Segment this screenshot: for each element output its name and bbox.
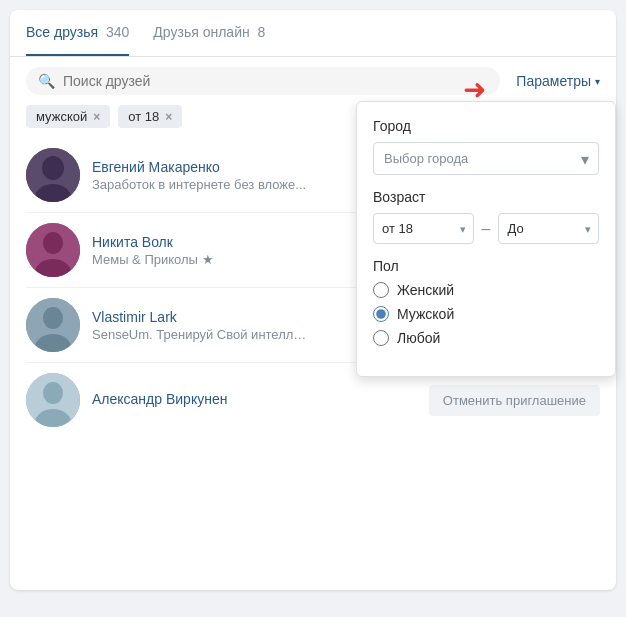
friend-action: Отменить приглашение bbox=[429, 385, 600, 416]
city-label: Город bbox=[373, 118, 599, 134]
filter-tag-age-remove[interactable]: × bbox=[165, 110, 172, 124]
gender-any-label: Любой bbox=[397, 330, 440, 346]
avatar-image bbox=[26, 148, 80, 202]
age-to-wrapper[interactable]: До bbox=[498, 213, 599, 244]
avatar bbox=[26, 148, 80, 202]
city-select[interactable]: Выбор города bbox=[373, 142, 599, 175]
search-input[interactable] bbox=[63, 73, 488, 89]
gender-section: Пол Женский Мужской Любой bbox=[373, 258, 599, 346]
gender-any-option[interactable]: Любой bbox=[373, 330, 599, 346]
avatar-image bbox=[26, 373, 80, 427]
gender-male-option[interactable]: Мужской bbox=[373, 306, 599, 322]
tab-online-friends[interactable]: Друзья онлайн 8 bbox=[153, 10, 265, 56]
gender-female-option[interactable]: Женский bbox=[373, 282, 599, 298]
main-container: Все друзья 340 Друзья онлайн 8 🔍 ➜ Парам… bbox=[10, 10, 616, 590]
tab-all-friends[interactable]: Все друзья 340 bbox=[26, 10, 129, 56]
params-label: Параметры bbox=[516, 73, 591, 89]
cancel-invite-button[interactable]: Отменить приглашение bbox=[429, 385, 600, 416]
gender-label: Пол bbox=[373, 258, 599, 274]
friend-status: SenseUm. Тренируй Свой интеллект bbox=[92, 327, 312, 342]
filter-tag-age-label: от 18 bbox=[128, 109, 159, 124]
filter-tag-gender-remove[interactable]: × bbox=[93, 110, 100, 124]
age-to-select[interactable]: До bbox=[498, 213, 599, 244]
avatar-image bbox=[26, 298, 80, 352]
svg-point-1 bbox=[42, 156, 64, 180]
gender-female-label: Женский bbox=[397, 282, 454, 298]
svg-point-4 bbox=[43, 232, 63, 254]
search-input-wrapper[interactable]: 🔍 bbox=[26, 67, 500, 95]
svg-point-7 bbox=[43, 307, 63, 329]
params-dropdown: Город Выбор города Возраст от 18 – bbox=[356, 101, 616, 377]
city-select-wrapper[interactable]: Выбор города bbox=[373, 142, 599, 175]
age-from-select[interactable]: от 18 bbox=[373, 213, 474, 244]
gender-radio-group: Женский Мужской Любой bbox=[373, 282, 599, 346]
avatar bbox=[26, 223, 80, 277]
filter-tag-gender[interactable]: мужской × bbox=[26, 105, 110, 128]
chevron-down-icon: ▾ bbox=[595, 76, 600, 87]
age-from-wrapper[interactable]: от 18 bbox=[373, 213, 474, 244]
search-bar: 🔍 ➜ Параметры ▾ bbox=[10, 57, 616, 105]
friend-info: Александр Виркунен bbox=[92, 391, 429, 409]
avatar-image bbox=[26, 223, 80, 277]
tab-all-label: Все друзья bbox=[26, 24, 98, 40]
avatar bbox=[26, 298, 80, 352]
search-bar-wrapper: 🔍 ➜ Параметры ▾ Город Выбор города bbox=[10, 57, 616, 105]
avatar bbox=[26, 373, 80, 427]
age-row: от 18 – До bbox=[373, 213, 599, 244]
age-label: Возраст bbox=[373, 189, 599, 205]
tab-online-label: Друзья онлайн bbox=[153, 24, 249, 40]
age-section: Возраст от 18 – До bbox=[373, 189, 599, 244]
friend-status: Заработок в интернете без вложе... bbox=[92, 177, 312, 192]
tabs-bar: Все друзья 340 Друзья онлайн 8 bbox=[10, 10, 616, 57]
tab-online-count: 8 bbox=[258, 24, 266, 40]
filter-tag-gender-label: мужской bbox=[36, 109, 87, 124]
search-icon: 🔍 bbox=[38, 73, 55, 89]
gender-male-label: Мужской bbox=[397, 306, 454, 322]
age-dash: – bbox=[482, 220, 491, 238]
params-button[interactable]: Параметры ▾ bbox=[516, 73, 600, 89]
gender-any-radio[interactable] bbox=[373, 330, 389, 346]
tab-all-count: 340 bbox=[106, 24, 129, 40]
gender-female-radio[interactable] bbox=[373, 282, 389, 298]
friend-name[interactable]: Александр Виркунен bbox=[92, 391, 429, 407]
gender-male-radio[interactable] bbox=[373, 306, 389, 322]
city-section: Город Выбор города bbox=[373, 118, 599, 175]
svg-point-10 bbox=[43, 382, 63, 404]
friend-status: Мемы & Приколы ★ bbox=[92, 252, 312, 267]
filter-tag-age[interactable]: от 18 × bbox=[118, 105, 182, 128]
